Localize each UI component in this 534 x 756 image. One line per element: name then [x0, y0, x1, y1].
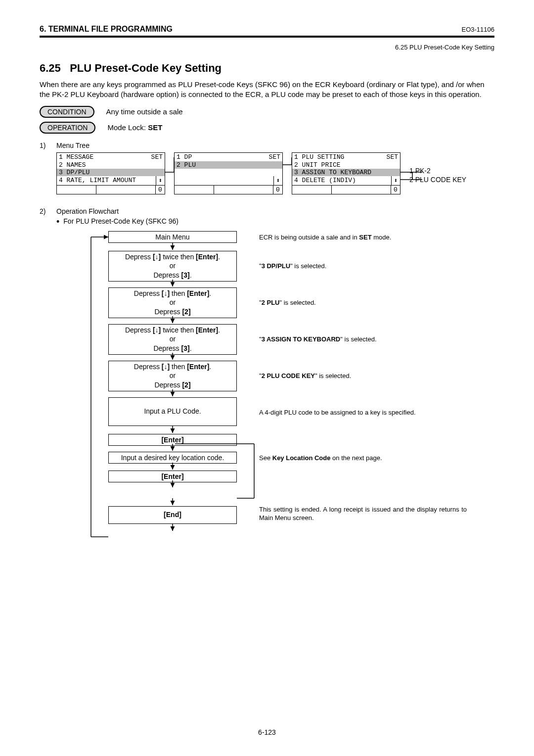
flow-box-step-3: Depress [↓] then [Enter]. or Depress [2]: [108, 287, 237, 319]
condition-pill: CONDITION: [40, 106, 94, 118]
flow-desc-4: "3 ASSIGN TO KEYBOARD" is selected.: [259, 335, 467, 344]
updown-icon: ⬍: [391, 176, 400, 185]
flow-desc-1: ECR is being outside a sale and in SET m…: [259, 233, 467, 242]
flow-box-step-4: Depress [↓] twice then [Enter]. or Depre…: [108, 324, 237, 355]
menu2-row2: 2 PLU: [175, 161, 282, 169]
operation-pill: OPERATION: [40, 122, 95, 134]
label-pk2: 1 PK-2: [409, 166, 466, 175]
updown-icon: ⬍: [273, 176, 282, 185]
menu1-zero: 0: [156, 186, 165, 194]
doc-id: EO3-11106: [462, 26, 495, 33]
flow-box-enter-2: [Enter]: [108, 471, 237, 483]
flow-box-step-5: Depress [↓] then [Enter]. or Depress [2]: [108, 361, 237, 392]
flow-box-enter-1: [Enter]: [108, 434, 237, 446]
menu-box-1: 1 MESSAGE SET 2 NAMES 3 DP/PLU 4 RATE, L…: [56, 152, 165, 194]
flow-desc-3: "2 PLU" is selected.: [259, 298, 467, 307]
item-2-num: 2): [40, 207, 50, 548]
menu2-row1: 1 DP: [177, 153, 192, 161]
operation-prefix: Mode Lock:: [107, 123, 148, 132]
menu3-row2: 2 UNIT PRICE: [292, 161, 400, 169]
page-number: 6-123: [0, 728, 534, 736]
menu3-row1: 1 PLU SETTING: [294, 153, 344, 161]
menu1-row4: 4 RATE, LIMIT AMOUNT: [59, 177, 136, 184]
flow-box-input-plu: Input a PLU Code.: [108, 397, 237, 426]
flow-box-step-2: Depress [↓] twice then [Enter]. or Depre…: [108, 251, 237, 282]
menu1-row1: 1 MESSAGE: [59, 153, 93, 161]
flow-desc-8: This setting is ended. A long receipt is…: [259, 505, 467, 522]
section-number: 6.25: [40, 62, 61, 74]
section-heading: 6.25 PLU Preset-Code Key Setting: [40, 62, 494, 75]
flow-desc-7: See Key Location Code on the next page.: [259, 454, 467, 463]
item-1: 1) Menu Tree 1 MESSAGE SET 2 NAMES 3 DP/…: [40, 142, 494, 194]
menu2-set: SET: [269, 153, 280, 161]
condition-row: CONDITION Any time outside a sale: [40, 106, 494, 118]
item-1-num: 1): [40, 142, 50, 194]
page-header: 6. TERMINAL FILE PROGRAMMING EO3-11106: [40, 25, 494, 38]
menu3-row4: 4 DELETE (INDIV): [294, 177, 356, 184]
flow-desc-6: A 4-digit PLU code to be assigned to a k…: [259, 408, 467, 417]
label-plu-code-key: 2 PLU CODE KEY: [409, 175, 466, 184]
menu3-row3: 3 ASSIGN TO KEYBOARD: [292, 169, 400, 176]
updown-icon: ⬍: [156, 176, 165, 185]
section-intro: When there are any keys programmed as PL…: [40, 80, 494, 100]
chapter-title: 6. TERMINAL FILE PROGRAMMING: [40, 25, 173, 34]
item-1-title: Menu Tree: [56, 142, 494, 149]
menu-subtree-labels: 1 PK-2 2 PLU CODE KEY: [409, 152, 466, 184]
bullet-icon: •: [56, 217, 59, 226]
menu1-set: SET: [151, 153, 163, 161]
condition-text: Any time outside a sale: [106, 107, 183, 116]
menu-box-3: 1 PLU SETTING SET 2 UNIT PRICE 3 ASSIGN …: [292, 152, 400, 194]
operation-row: OPERATION Mode Lock: SET: [40, 122, 494, 134]
flow-box-end: [End]: [108, 506, 237, 524]
menu-box-2: 1 DP SET 2 PLU ⬍ 0: [174, 152, 283, 194]
item-2-bullet-text: For PLU Preset-Code Key (SFKC 96): [63, 217, 178, 225]
flow-desc-2: "3 DP/PLU" is selected.: [259, 262, 467, 271]
menu-tree: 1 MESSAGE SET 2 NAMES 3 DP/PLU 4 RATE, L…: [56, 152, 494, 194]
item-2-title: Operation Flowchart: [56, 207, 494, 215]
flowchart: Main Menu ECR is being outside a sale an…: [56, 231, 494, 548]
menu1-row2: 2 NAMES: [57, 161, 165, 169]
flow-desc-5: "2 PLU CODE KEY" is selected.: [259, 372, 467, 380]
flow-box-main-menu: Main Menu: [108, 231, 237, 243]
menu3-zero: 0: [391, 186, 400, 194]
operation-text: Mode Lock: SET: [107, 123, 162, 132]
flow-b1-text: Main Menu: [155, 233, 189, 241]
flow-box-input-loc: Input a desired key location code.: [108, 452, 237, 464]
section-title: PLU Preset-Code Key Setting: [70, 62, 222, 74]
operation-bold: SET: [148, 123, 162, 132]
menu1-row3: 3 DP/PLU: [57, 169, 165, 176]
sub-header: 6.25 PLU Preset-Code Key Setting: [40, 44, 494, 51]
menu2-zero: 0: [273, 186, 282, 194]
menu3-set: SET: [387, 153, 398, 161]
item-2-bullet: • For PLU Preset-Code Key (SFKC 96): [56, 217, 494, 226]
item-2: 2) Operation Flowchart • For PLU Preset-…: [40, 207, 494, 548]
